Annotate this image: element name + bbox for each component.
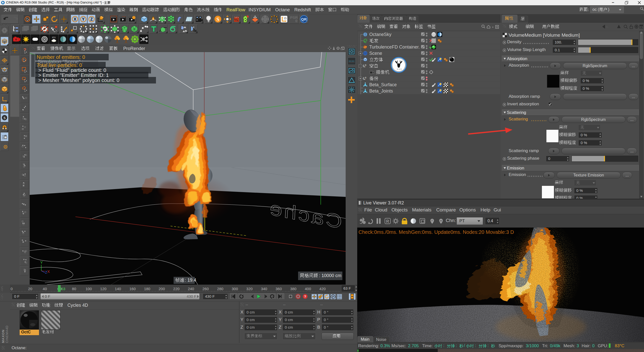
svg-text:X: X: [73, 17, 76, 21]
svg-text:S: S: [216, 16, 219, 22]
svg-text:?: ?: [304, 295, 306, 298]
svg-text:Z: Z: [45, 270, 47, 274]
svg-text:M: M: [440, 219, 442, 222]
svg-text:Z: Z: [90, 17, 93, 21]
svg-text:QR: QR: [301, 17, 307, 21]
svg-text:Check:0ms./0ms. MeshGen:0ms. U: Check:0ms./0ms. MeshGen:0ms. Update0ms. …: [358, 229, 514, 235]
svg-text:P: P: [332, 295, 334, 299]
svg-text:F: F: [431, 219, 433, 222]
svg-text:R: R: [386, 219, 389, 224]
svg-text:S: S: [4, 116, 6, 120]
svg-text:X: X: [47, 269, 50, 274]
svg-text:0: 0: [365, 64, 366, 66]
svg-text:Y: Y: [40, 260, 43, 265]
svg-text:Y: Y: [82, 17, 85, 21]
svg-text:0: 0: [365, 76, 366, 79]
svg-text:IES: IES: [52, 36, 56, 39]
